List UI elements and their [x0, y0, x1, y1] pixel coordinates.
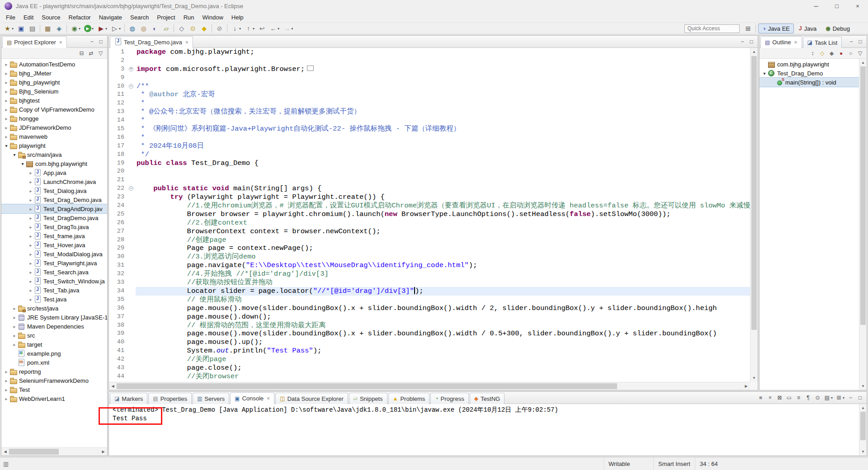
tree-item[interactable]: ▸JTest_Hover.java [1, 240, 107, 249]
tree-item[interactable]: ▸WebDriverLearn1 [1, 394, 107, 403]
code-line[interactable]: 13 * @公众号:北京宏哥（微信搜索，关注宏哥，提前解锁更多测试干货） [109, 108, 750, 116]
code-line[interactable]: 26 //2.创建context [109, 219, 750, 227]
code-line[interactable]: 27 BrowserContext context = browser.newC… [109, 227, 750, 236]
expand-arrow-icon[interactable]: ▸ [28, 252, 34, 257]
maximize-panel-icon[interactable]: □ [747, 38, 756, 45]
code-line[interactable]: 24 //1.使用chromium浏览器，# 浏览器配置，设置让GUI模式启动C… [109, 202, 750, 210]
close-icon[interactable]: × [267, 395, 270, 402]
scroll-lock-button[interactable]: ≡ [794, 393, 803, 402]
tree-item[interactable]: ▸JTest_ModalDialog.java [1, 249, 107, 258]
close-icon[interactable]: × [794, 39, 797, 46]
scrollbar-thumb[interactable] [860, 66, 866, 325]
minimize-window-button[interactable]: ─ [806, 0, 826, 12]
menu-project[interactable]: Project [153, 13, 179, 22]
code-line[interactable]: 42 //关闭page [109, 355, 750, 364]
open-console-button[interactable]: ⊞▾ [835, 393, 845, 402]
collapse-arrow-icon[interactable]: ▾ [11, 152, 18, 157]
expand-arrow-icon[interactable]: ▸ [3, 378, 9, 383]
collapse-arrow-icon[interactable]: ▾ [3, 143, 9, 148]
expand-arrow-icon[interactable]: ▸ [11, 324, 18, 329]
expand-arrow-icon[interactable]: ▸ [28, 270, 34, 275]
code-line[interactable]: 9 [109, 74, 750, 82]
expand-arrow-icon[interactable]: ▸ [3, 80, 9, 85]
tree-item[interactable]: ▸JTest_Playwright.java [1, 258, 107, 268]
hide-fields-button[interactable]: ◇ [818, 49, 826, 58]
back-dropdown-icon[interactable]: ▾ [278, 27, 279, 31]
expand-arrow-icon[interactable]: ▸ [3, 62, 9, 67]
code-line[interactable]: 40 page.mouse().up(); [109, 338, 750, 347]
code-line[interactable]: 36 page.mouse().move(slider.boundingBox(… [109, 304, 750, 313]
scroll-right-icon[interactable]: ▶ [742, 384, 750, 388]
expand-arrow-icon[interactable]: ▸ [3, 134, 9, 139]
menu-run[interactable]: Run [179, 13, 198, 22]
tree-item-selected[interactable]: ▸JTest_DragAndDrop.jav [1, 204, 107, 213]
expand-arrow-icon[interactable]: ▸ [28, 243, 34, 248]
word-wrap-button[interactable]: ¶ [804, 393, 812, 402]
expand-arrow-icon[interactable]: ▸ [3, 116, 9, 121]
print-button[interactable]: ▤ [27, 24, 38, 33]
debug-button[interactable]: ◉▾ [69, 24, 82, 33]
expand-arrow-icon[interactable]: ▸ [3, 125, 9, 130]
code-line[interactable]: 21 [109, 176, 750, 184]
maximize-panel-icon[interactable]: □ [96, 38, 105, 45]
code-line[interactable]: 37 page.mouse().down(); [109, 313, 750, 321]
maximize-panel-button[interactable]: □ [856, 393, 864, 402]
tree-item[interactable]: ▸bjhgtest [1, 96, 107, 105]
collapse-arrow-icon[interactable]: ▾ [19, 161, 26, 166]
tree-item[interactable]: example.png [1, 349, 107, 358]
tree-item[interactable]: ▾CTest_Drag_Demo [760, 69, 859, 78]
tree-item[interactable]: ▸src/test/java [1, 304, 107, 313]
run-dropdown-icon[interactable]: ▾ [92, 27, 94, 31]
expand-arrow-icon[interactable]: ▸ [28, 234, 34, 239]
display-selected-console-button[interactable]: ▤▾ [823, 393, 834, 402]
tab-testng[interactable]: ◆TestNG [470, 393, 505, 404]
scrollbar-thumb[interactable] [9, 449, 59, 455]
code-line[interactable]: 2 [109, 56, 750, 65]
tree-item[interactable]: ▸AutomationTestDemo [1, 60, 107, 69]
tree-item[interactable]: ▾playwright [1, 141, 107, 150]
view-menu-button[interactable]: ▽ [856, 49, 864, 58]
expand-arrow-icon[interactable]: ▸ [28, 297, 34, 302]
sort-button[interactable]: ↕ [808, 49, 817, 58]
clear-console-button[interactable]: ▭ [785, 393, 793, 402]
expand-arrow-icon[interactable]: ▸ [3, 89, 9, 94]
code-line[interactable]: 32 //4.开始拖拽 //*[@id='drag']/div[3] [109, 270, 750, 278]
expand-arrow-icon[interactable]: ▸ [11, 306, 18, 311]
tree-item[interactable]: ▸JTest_Drag_Demo.java [1, 195, 107, 204]
search-button[interactable]: ⊙ [188, 24, 198, 33]
run-button[interactable]: ▶▾ [83, 24, 95, 33]
tree-item[interactable]: ▸reportng [1, 367, 107, 376]
collapse-all-button[interactable]: ⊟ [77, 49, 86, 58]
tab-task-list[interactable]: ◪ Task List [803, 37, 842, 48]
editor-hscrollbar[interactable]: ◀▶ [109, 382, 750, 390]
tree-item[interactable]: ▸JTest_Dialog.java [1, 186, 107, 195]
menu-refactor[interactable]: Refactor [65, 13, 95, 22]
hide-local-types-button[interactable]: ○ [846, 49, 855, 58]
code-line[interactable]: 11 * @author 北京-宏哥 [109, 90, 750, 99]
fold-toggle-icon[interactable]: − [128, 184, 136, 193]
tab-snippets[interactable]: ▱Snippets [349, 393, 387, 404]
code-line[interactable]: 19public class Test_Drag_Demo { [109, 159, 750, 168]
code-line[interactable]: 23 try (Playwright playwright = Playwrig… [109, 193, 750, 202]
tree-item[interactable]: ▸JTest_Search.java [1, 268, 107, 277]
code-line[interactable]: 16 * [109, 133, 750, 142]
code-line[interactable]: 44 //关闭browser [109, 372, 750, 381]
tree-item[interactable]: ▸JTest_Tab.java [1, 286, 107, 295]
code-line[interactable]: 17 * 2024年10月08日 [109, 142, 750, 150]
scroll-up-icon[interactable]: ▲ [859, 59, 867, 66]
fold-toggle-icon[interactable]: − [128, 82, 136, 91]
remove-all-launches-button[interactable]: ⊠ [775, 393, 784, 402]
code-line[interactable]: 10−/** [109, 82, 750, 91]
code-line[interactable]: 35 // 使用鼠标滑动 [109, 296, 750, 304]
expand-arrow-icon[interactable]: ▸ [3, 369, 9, 374]
new-jsp-file-button[interactable]: ▱ [161, 24, 171, 33]
tab-properties[interactable]: ▤Properties [148, 393, 192, 404]
tree-item[interactable]: ▸JTest_DragTo.java [1, 222, 107, 231]
new-servlet-button[interactable]: ◍ [127, 24, 137, 33]
tree-item[interactable]: ▸bjhg_playwright [1, 78, 107, 87]
tree-item[interactable]: ▸JTest_Switch_Window.ja [1, 277, 107, 286]
collapse-arrow-icon[interactable]: ▾ [761, 71, 768, 76]
tree-item[interactable]: ▸src [1, 331, 107, 340]
tree-item[interactable]: ▸hongge [1, 114, 107, 123]
debug-dropdown-icon[interactable]: ▾ [79, 27, 80, 31]
